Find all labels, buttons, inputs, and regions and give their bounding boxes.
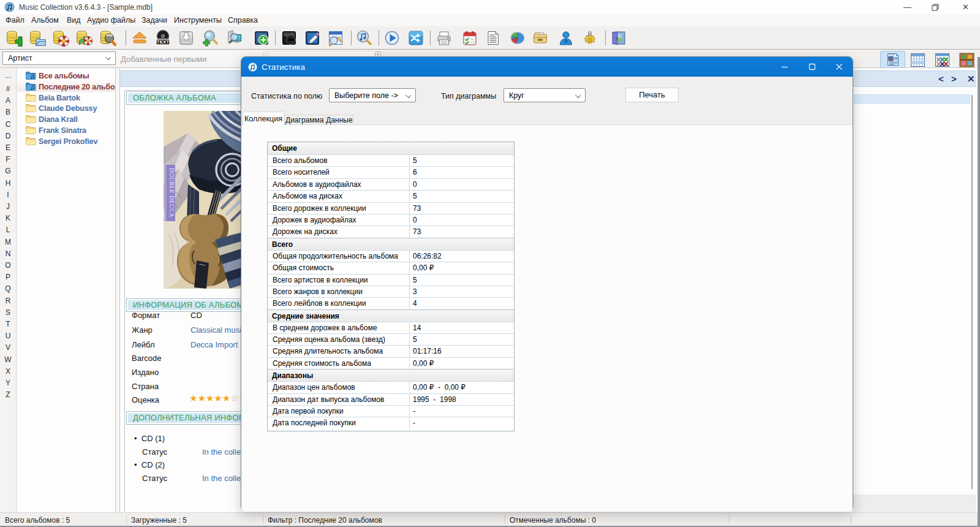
svg-text:TEXT: TEXT (157, 39, 170, 45)
svg-text:DOUBLE DECCA: DOUBLE DECCA (168, 168, 175, 217)
